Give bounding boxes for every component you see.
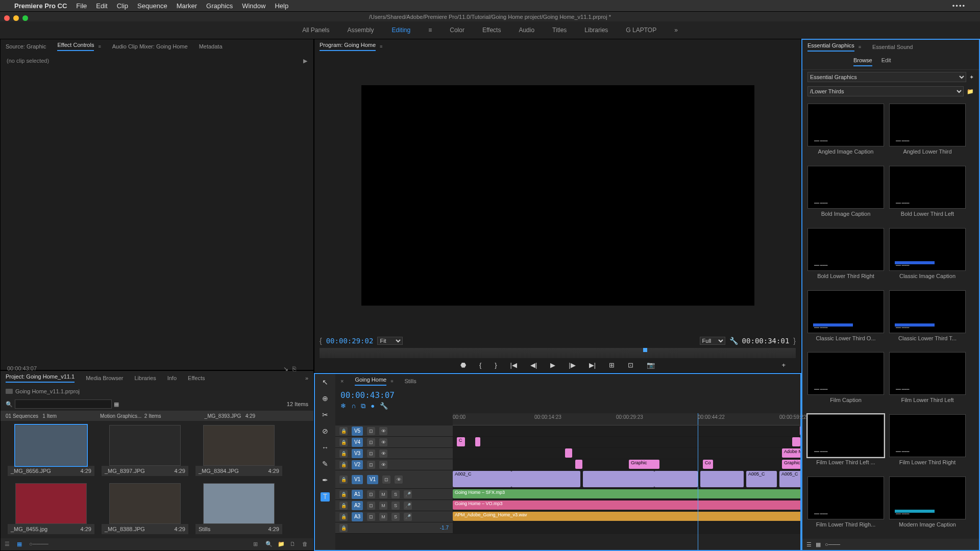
track-A2[interactable]: 🔒A2⊡MS🎤Going Home – VO.mp3 <box>335 500 800 511</box>
template-item[interactable]: ▬▬ ▬▬▬Film Lower Third Righ... <box>807 477 884 534</box>
settings-wrench-icon[interactable]: 🔧 <box>729 337 738 345</box>
template-folder-select[interactable]: /Lower Thirds <box>807 86 964 96</box>
template-item[interactable]: ▬▬ ▬▬▬Modern Image Caption <box>889 477 966 534</box>
clip[interactable]: Adobe M <box>782 448 800 458</box>
resolution-select[interactable]: Full <box>700 337 725 345</box>
workspace-item[interactable]: Libraries <box>584 27 608 34</box>
transport-btn-10[interactable]: 📷 <box>647 361 655 369</box>
clip[interactable]: C <box>457 437 465 446</box>
clip[interactable]: Going Home – SFX.mp3 <box>453 489 800 498</box>
workspace-item[interactable]: Assembly <box>348 27 374 34</box>
workspace-item[interactable]: Titles <box>552 27 567 34</box>
project-thumb[interactable]: Stills4:29 <box>195 483 282 534</box>
menu-edit[interactable]: Edit <box>96 2 107 10</box>
grid-view-icon[interactable]: ▦ <box>816 541 821 548</box>
clip[interactable]: Going Home – VO.mp3 <box>453 500 800 510</box>
menu-extras-icon[interactable]: •••• <box>952 2 966 10</box>
clip[interactable] <box>654 471 698 487</box>
transport-btn-9[interactable]: ⊡ <box>628 361 633 369</box>
transport-btn-7[interactable]: ▶| <box>589 361 596 369</box>
timeline-toggle-icon[interactable]: 🔧 <box>380 402 388 410</box>
insert-icon[interactable]: ↘ <box>283 365 288 372</box>
template-item[interactable]: ▬▬ ▬▬▬Bold Lower Third Left <box>889 166 966 223</box>
transport-btn-1[interactable]: { <box>479 361 481 369</box>
filter-icon[interactable]: ▦ <box>114 401 119 408</box>
template-source-select[interactable]: Essential Graphics <box>807 72 966 82</box>
timeline-toggle-icon[interactable]: ❄ <box>340 402 346 410</box>
template-item[interactable]: ▬▬ ▬▬▬Classic Lower Third T... <box>889 290 966 347</box>
tab-essential-sound[interactable]: Essential Sound <box>872 44 913 50</box>
transport-btn-5[interactable]: ▶ <box>550 361 555 369</box>
timeline-ruler[interactable]: 00:0000:00:14:2300:00:29:2300:00:44:2200… <box>453 413 800 425</box>
track-V2[interactable]: 🔒V2⊡👁GraphicCoGraphic <box>335 459 800 470</box>
search-icon[interactable]: 🔍 <box>6 401 13 408</box>
timeline-toggle-icon[interactable]: ∩ <box>351 402 356 410</box>
clip[interactable] <box>583 471 654 487</box>
program-scrubber[interactable] <box>320 348 796 358</box>
clip[interactable] <box>800 426 800 435</box>
program-right-timecode[interactable]: 00:00:34:01 <box>742 337 790 345</box>
mac-menubar[interactable]: Premiere Pro CC File Edit Clip Sequence … <box>0 0 980 11</box>
new-bin-icon[interactable]: 📁 <box>278 541 285 548</box>
project-thumb[interactable]: _MG_8656.JPG4:29 <box>8 425 94 476</box>
tab-media-browser[interactable]: Media Browser <box>86 375 123 381</box>
list-view-icon[interactable]: ☰ <box>806 541 812 548</box>
tab-program[interactable]: Program: Going Home <box>320 42 376 51</box>
new-item-icon[interactable]: 🗋 <box>290 541 297 548</box>
clip[interactable]: Graphic <box>782 460 800 469</box>
track-V4[interactable]: 🔒V4⊡👁C <box>335 437 800 448</box>
menu-graphics[interactable]: Graphics <box>206 2 233 10</box>
clip[interactable] <box>700 471 744 487</box>
template-item[interactable]: ▬▬ ▬▬▬Film Caption <box>807 352 884 409</box>
icon-view-icon[interactable]: ▦ <box>17 541 24 548</box>
folder-icon[interactable]: 📁 <box>967 88 974 95</box>
timeline-toggle-icon[interactable]: ● <box>371 402 375 410</box>
playhead-icon[interactable] <box>643 348 647 352</box>
menu-help[interactable]: Help <box>275 2 288 10</box>
clip[interactable]: Graphic <box>629 460 659 469</box>
tool-↖[interactable]: ↖ <box>321 378 330 387</box>
panel-menu-icon[interactable]: ≡ <box>380 44 382 49</box>
tool-T[interactable]: T <box>321 492 330 502</box>
project-thumb[interactable]: _MG_8397.JPG4:29 <box>102 425 188 476</box>
bracket-icon[interactable]: } <box>793 337 796 345</box>
disclosure-icon[interactable]: ▶ <box>303 58 307 64</box>
freeform-icon[interactable]: ⊞ <box>253 541 260 548</box>
project-thumb[interactable]: _MG_8384.JPG4:29 <box>195 425 282 476</box>
tool-✒[interactable]: ✒ <box>321 476 330 485</box>
add-button-icon[interactable]: + <box>781 361 786 369</box>
transport-btn-8[interactable]: ⊞ <box>609 361 615 369</box>
tab-project[interactable]: Project: Going Home_v11.1 <box>6 373 75 383</box>
panel-menu-icon[interactable]: ≡ <box>859 44 861 49</box>
template-item[interactable]: ▬▬ ▬▬▬Film Lower Third Right <box>889 414 966 471</box>
panel-overflow-icon[interactable]: » <box>305 375 308 381</box>
tab-sequence[interactable]: Going Home <box>355 377 386 386</box>
clip[interactable]: Co <box>703 460 713 469</box>
tab-metadata[interactable]: Metadata <box>199 43 223 49</box>
workspace-overflow-icon[interactable]: » <box>674 27 678 34</box>
program-left-timecode[interactable]: 00:00:29:02 <box>326 337 374 345</box>
tab-info[interactable]: Info <box>167 375 177 381</box>
program-viewport[interactable] <box>361 85 754 306</box>
track-V1[interactable]: 🔒V1V1⊡👁A002_CA005_CA005_C <box>335 470 800 489</box>
transport-btn-0[interactable]: ⬣ <box>460 361 466 369</box>
clip[interactable]: A005_C <box>746 471 777 487</box>
bin-name[interactable]: 01 Sequences <box>6 413 38 419</box>
template-item[interactable]: ▬▬ ▬▬▬Classic Image Caption <box>889 228 966 285</box>
tab-audio-mixer[interactable]: Audio Clip Mixer: Going Home <box>112 43 188 49</box>
menu-window[interactable]: Window <box>242 2 265 10</box>
timeline-toggle-icon[interactable]: ⧉ <box>361 402 365 410</box>
workspace-item[interactable]: Effects <box>482 27 501 34</box>
menu-file[interactable]: File <box>76 2 87 10</box>
workspace-item[interactable]: Audio <box>519 27 534 34</box>
menu-clip[interactable]: Clip <box>117 2 128 10</box>
menu-marker[interactable]: Marker <box>177 2 197 10</box>
tool-↔[interactable]: ↔ <box>321 443 330 453</box>
zoom-slider[interactable]: ○──── <box>29 541 36 548</box>
project-search-input[interactable] <box>15 399 112 409</box>
panel-menu-icon[interactable]: ≡ <box>98 44 101 49</box>
clip[interactable]: A002_C <box>453 471 511 487</box>
zoom-fit-select[interactable]: Fit <box>377 337 403 345</box>
workspace-item[interactable]: Color <box>450 27 464 34</box>
clip[interactable] <box>792 437 800 446</box>
